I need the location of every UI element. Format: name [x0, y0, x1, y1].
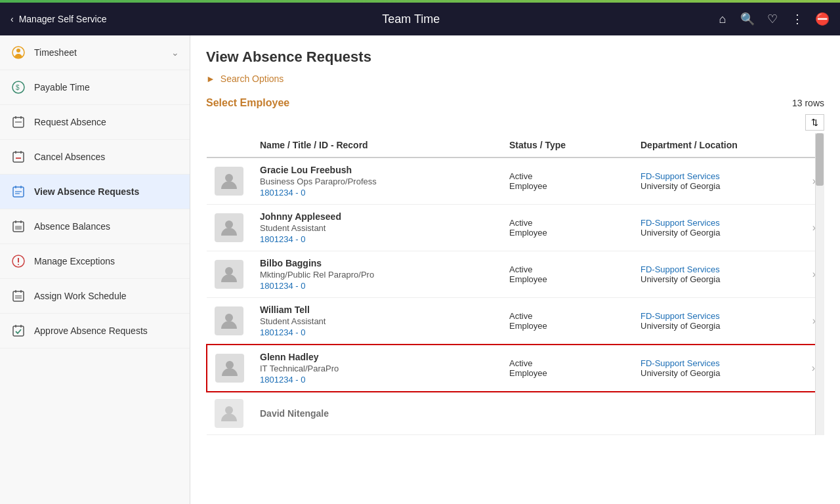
dept-cell: FD-Support Services University of Georgi… [633, 345, 795, 392]
payable-time-icon: $ [10, 79, 26, 95]
search-icon[interactable]: 🔍 [740, 12, 755, 26]
svg-rect-8 [13, 152, 24, 162]
manage-exceptions-label: Manage Exceptions [34, 256, 179, 266]
bell-icon[interactable]: ♡ [765, 12, 780, 26]
name-cell: David Nitengale [252, 392, 501, 435]
sort-bar: ⇅ [206, 114, 824, 131]
status-type: Employee [509, 274, 625, 284]
status-cell: Active Employee [501, 205, 633, 251]
sidebar-item-view-absence-requests[interactable]: View Absence Requests [0, 175, 190, 209]
cancel-absences-label: Cancel Absences [34, 152, 179, 162]
status-cell: Active Employee [501, 345, 633, 392]
svg-point-34 [225, 220, 233, 228]
avatar-cell [207, 392, 252, 435]
svg-point-37 [226, 361, 234, 369]
avatar [215, 167, 243, 196]
scrollbar-track[interactable] [815, 133, 824, 435]
approve-absence-requests-icon [10, 323, 26, 339]
avatar [215, 260, 243, 289]
table-row[interactable]: Gracie Lou Freebush Business Ops Parapro… [207, 158, 824, 205]
name-cell: Gracie Lou Freebush Business Ops Parapro… [252, 158, 501, 205]
svg-point-24 [18, 264, 19, 265]
employee-id: 1801234 - 0 [260, 375, 494, 385]
sidebar-collapse-handle[interactable]: ❚❚ [190, 253, 190, 286]
svg-point-1 [16, 49, 20, 52]
dept-location: University of Georgia [640, 228, 787, 238]
svg-rect-30 [13, 326, 24, 336]
table-row[interactable]: Johnny Appleseed Student Assistant 18012… [207, 205, 824, 251]
rows-count: 13 rows [792, 98, 824, 108]
timesheet-label: Timesheet [34, 47, 163, 58]
table-row[interactable]: Glenn Hadley IT Technical/ParaPro 180123… [207, 345, 824, 392]
dept-location: University of Georgia [640, 321, 787, 331]
view-absence-requests-icon [10, 184, 26, 200]
status-active: Active [509, 358, 625, 368]
dept-cell: FD-Support Services University of Georgi… [633, 298, 795, 345]
dept-location: University of Georgia [640, 181, 787, 191]
name-cell: Johnny Appleseed Student Assistant 18012… [252, 205, 501, 251]
avatar [215, 399, 243, 428]
status-type: Employee [509, 228, 625, 238]
section-title: Select Employee [206, 97, 289, 109]
employee-id: 1801234 - 0 [260, 234, 494, 244]
request-absence-icon [10, 114, 26, 130]
sidebar-item-assign-work-schedule[interactable]: Assign Work Schedule [0, 279, 190, 314]
home-icon[interactable]: ⌂ [715, 12, 730, 26]
name-cell: Bilbo Baggins Mkting/Public Rel Parapro/… [252, 251, 501, 298]
avatar [215, 306, 243, 335]
status-cell: Active Employee [501, 158, 633, 205]
status-type: Employee [509, 321, 625, 331]
timesheet-icon [10, 45, 26, 60]
absence-balances-label: Absence Balances [34, 221, 179, 232]
dept-name: FD-Support Services [640, 311, 787, 321]
more-icon[interactable]: ⋮ [790, 12, 805, 26]
employee-title: Student Assistant [260, 223, 494, 233]
sidebar-item-approve-absence-requests[interactable]: Approve Absence Requests [0, 314, 190, 348]
svg-point-33 [225, 174, 233, 182]
avatar [215, 213, 243, 242]
dept-location: University of Georgia [640, 368, 787, 378]
back-label: Manager Self Service [19, 14, 107, 24]
svg-rect-21 [15, 226, 22, 230]
avatar-cell [207, 251, 252, 298]
dept-cell: FD-Support Services University of Georgi… [633, 205, 795, 251]
dept-name: FD-Support Services [640, 171, 787, 181]
avatar [215, 354, 244, 383]
col-name-title: Name / Title / ID - Record [252, 133, 501, 158]
sidebar-item-timesheet[interactable]: Timesheet ⌄ [0, 35, 190, 70]
svg-text:$: $ [16, 84, 20, 91]
scrollbar-thumb[interactable] [816, 133, 824, 186]
table-row[interactable]: David Nitengale [207, 392, 824, 435]
table-row[interactable]: Bilbo Baggins Mkting/Public Rel Parapro/… [207, 251, 824, 298]
svg-point-36 [225, 314, 233, 322]
search-options-toggle[interactable]: ► Search Options [206, 74, 824, 84]
assign-work-schedule-icon [10, 288, 26, 304]
sidebar-item-request-absence[interactable]: Request Absence [0, 105, 190, 140]
name-cell: Glenn Hadley IT Technical/ParaPro 180123… [252, 345, 501, 392]
employee-name: Bilbo Baggins [260, 258, 494, 268]
sidebar: Timesheet ⌄ $ Payable Time [0, 35, 190, 504]
employee-id: 1801234 - 0 [260, 281, 494, 291]
section-header: Select Employee 13 rows [206, 97, 824, 109]
svg-point-38 [225, 406, 233, 414]
employee-name: Glenn Hadley [260, 352, 494, 362]
status-active: Active [509, 218, 625, 228]
status-active: Active [509, 264, 625, 274]
avatar-cell [207, 158, 252, 205]
sidebar-item-payable-time[interactable]: $ Payable Time [0, 70, 190, 105]
payable-time-label: Payable Time [34, 82, 179, 93]
search-options-arrow: ► [206, 74, 215, 84]
sidebar-item-cancel-absences[interactable]: Cancel Absences [0, 140, 190, 175]
back-nav[interactable]: ‹ Manager Self Service [10, 14, 107, 24]
employee-title: Business Ops Parapro/Profess [260, 177, 494, 186]
sidebar-item-absence-balances[interactable]: Absence Balances [0, 209, 190, 244]
col-status-type: Status / Type [501, 133, 633, 158]
table-row[interactable]: William Tell Student Assistant 1801234 -… [207, 298, 824, 345]
approve-absence-requests-label: Approve Absence Requests [34, 326, 179, 336]
back-icon: ‹ [10, 14, 14, 24]
sidebar-item-manage-exceptions[interactable]: Manage Exceptions [0, 244, 190, 279]
sort-icon: ⇅ [811, 117, 818, 127]
search-options-label: Search Options [220, 74, 284, 84]
sort-button[interactable]: ⇅ [805, 114, 824, 131]
prohibited-icon[interactable]: ⛔ [815, 12, 830, 26]
